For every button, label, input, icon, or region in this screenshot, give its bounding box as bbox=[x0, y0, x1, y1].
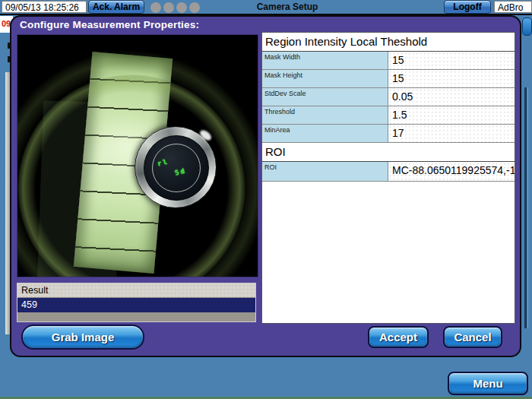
result-row-selected[interactable]: 459 bbox=[17, 298, 255, 312]
knob-face: rl 5d bbox=[144, 135, 209, 201]
property-value[interactable]: 17 bbox=[388, 125, 515, 142]
accept-button[interactable]: Accept bbox=[368, 326, 429, 348]
screen: 09/05/13 18:25:26 Ack. Alarm Camera Setu… bbox=[0, 0, 532, 399]
background-window-edge-right-highlight bbox=[527, 87, 528, 328]
knob-inner-ring bbox=[152, 144, 201, 192]
property-row[interactable]: Threshold 1.5 bbox=[262, 106, 515, 125]
knob-glint bbox=[198, 128, 214, 142]
property-label: Threshold bbox=[262, 106, 388, 124]
ack-alarm-button[interactable]: Ack. Alarm bbox=[88, 0, 144, 14]
property-label: StdDev Scale bbox=[262, 88, 388, 106]
status-indicator bbox=[150, 2, 161, 13]
property-value[interactable]: 1.5 bbox=[388, 106, 515, 124]
dialog-title: Configure Measurement Properties: bbox=[20, 19, 199, 30]
property-value[interactable]: MC-88.0650119925574,-1 bbox=[388, 162, 515, 181]
logoff-button[interactable]: Logoff bbox=[444, 0, 491, 14]
image-metal-knob: rl 5d bbox=[135, 126, 217, 208]
property-label: Mask Height bbox=[262, 70, 388, 87]
grid-section-header: ROI bbox=[262, 143, 515, 162]
property-row[interactable]: Mask Width 15 bbox=[262, 52, 515, 70]
cancel-button[interactable]: Cancel bbox=[443, 326, 502, 348]
property-label: Mask Width bbox=[262, 52, 388, 69]
menu-button[interactable]: Menu bbox=[448, 372, 528, 395]
user-field[interactable]: AdBro bbox=[494, 1, 532, 13]
property-label: MinArea bbox=[262, 125, 388, 142]
property-label: ROI bbox=[262, 162, 388, 181]
property-row[interactable]: Mask Height 15 bbox=[262, 70, 515, 88]
background-tab bbox=[522, 17, 532, 36]
grab-image-button[interactable]: Grab Image bbox=[21, 325, 144, 350]
property-row[interactable]: MinArea 17 bbox=[262, 125, 515, 143]
screen-title: Camera Setup bbox=[242, 2, 333, 12]
result-list-filler bbox=[17, 312, 255, 321]
property-row[interactable]: StdDev Scale 0.05 bbox=[262, 88, 515, 106]
status-indicator bbox=[163, 2, 174, 13]
background-window-edge-right bbox=[524, 87, 527, 328]
configure-measurement-dialog: Configure Measurement Properties: rl 5d … bbox=[10, 15, 521, 357]
result-list-header: Result bbox=[17, 283, 255, 298]
datetime-field: 09/05/13 18:25:26 bbox=[2, 1, 87, 13]
camera-image[interactable]: rl 5d bbox=[17, 34, 258, 277]
status-indicator bbox=[189, 2, 200, 13]
result-list: Result 459 bbox=[17, 283, 256, 322]
property-value[interactable]: 15 bbox=[388, 52, 515, 69]
grid-filler bbox=[262, 182, 515, 323]
status-indicator bbox=[176, 2, 187, 13]
property-grid: Region Intensity Local Theshold Mask Wid… bbox=[261, 32, 515, 324]
property-value[interactable]: 0.05 bbox=[388, 88, 515, 106]
property-row[interactable]: ROI MC-88.0650119925574,-1 bbox=[262, 162, 515, 182]
property-value[interactable]: 15 bbox=[388, 70, 515, 87]
grid-section-header: Region Intensity Local Theshold bbox=[262, 33, 515, 52]
